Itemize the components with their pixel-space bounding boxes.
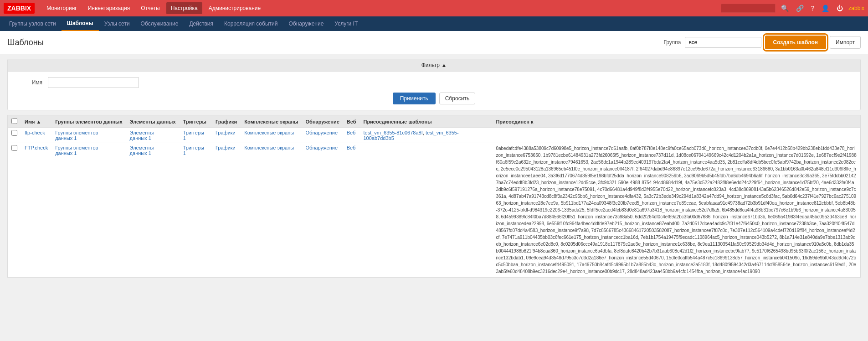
item-groups-link[interactable]: Группы элементовданных 1: [55, 145, 98, 156]
subnav-discovery[interactable]: Обнаружение: [283, 16, 329, 31]
user-icon[interactable]: 👤: [820, 3, 831, 14]
page-header: Шаблоны Группа Создать шаблон Импорт: [0, 31, 868, 54]
search-input[interactable]: [721, 4, 776, 13]
row-discovery: Обнаружение: [302, 128, 343, 143]
top-nav-items: Мониторинг Инвентаризация Отчеты Настрой…: [42, 2, 720, 14]
templates-table-section: Имя ▲ Группы элементов данных Элементы д…: [7, 115, 861, 278]
header-item-groups: Группы элементов данных: [51, 115, 126, 128]
triggers-link[interactable]: Триггеры 1: [183, 130, 204, 141]
row-graphs: Графики: [212, 143, 241, 277]
page-header-right: Группа Создать шаблон Импорт: [663, 36, 861, 49]
group-select[interactable]: [685, 37, 761, 48]
group-label: Группа: [663, 39, 681, 46]
filter-section: Фильтр ▲ Имя Применить Сбросить: [7, 59, 861, 110]
filter-name-label: Имя: [15, 79, 42, 86]
share-icon[interactable]: 🔗: [794, 3, 806, 14]
header-screens: Комплексные экраны: [241, 115, 302, 128]
row-screens: Комплексные экраны: [241, 143, 302, 277]
nav-inventory[interactable]: Инвентаризация: [83, 2, 134, 14]
header-web: Веб: [343, 115, 360, 128]
nav-reports[interactable]: Отчеты: [136, 2, 164, 14]
header-items: Элементы данных: [126, 115, 180, 128]
filter-toggle[interactable]: Фильтр ▲: [8, 59, 860, 72]
top-nav-right: 🔍 🔗 ? 👤 ⏻ zabbix: [721, 3, 864, 14]
filter-actions: Применить Сбросить: [15, 93, 853, 104]
subnav-hosts[interactable]: Узлы сети: [99, 16, 135, 31]
nav-monitoring[interactable]: Мониторинг: [42, 2, 82, 14]
header-name[interactable]: Имя ▲: [21, 115, 51, 128]
subnav-event-correlation[interactable]: Корреляция событий: [219, 16, 283, 31]
screens-link[interactable]: Комплексные экраны: [244, 145, 294, 150]
subnav-host-groups[interactable]: Группы узлов сети: [4, 16, 62, 31]
table-row: ftp-check Группы элементовданных 1 Элеме…: [8, 128, 860, 143]
row-items: Элементыданных 1: [126, 128, 180, 143]
row-items: Элементыданных 1: [126, 143, 180, 277]
nav-admin[interactable]: Администрирование: [204, 2, 265, 14]
row-triggers: Триггеры 1: [180, 143, 212, 277]
reset-button[interactable]: Сбросить: [439, 93, 475, 104]
current-user: zabbix: [848, 5, 864, 11]
table-header-row: Имя ▲ Группы элементов данных Элементы д…: [8, 115, 860, 128]
search-icon[interactable]: 🔍: [779, 3, 791, 14]
header-linked-to: Присоединен к: [492, 115, 860, 128]
row-name: ftp-check: [21, 128, 51, 143]
row-linked-to: [492, 128, 860, 143]
template-name-link[interactable]: FTP.check: [25, 145, 48, 150]
filter-label: Фильтр ▲: [421, 62, 447, 68]
row-item-groups: Группы элементовданных 1: [51, 143, 126, 277]
row-screens: Комплексные экраны: [241, 128, 302, 143]
linked-template-1[interactable]: test_vm_6355-81c0678a8f: [363, 130, 422, 135]
row-linked-templates: test_vm_6355-81c0678a8f, test_vm_6355-10…: [360, 128, 492, 143]
graphs-link[interactable]: Графики: [216, 130, 236, 135]
screens-link[interactable]: Комплексные экраны: [244, 130, 294, 135]
filter-name-row: Имя: [15, 77, 853, 88]
row-web: Веб: [343, 128, 360, 143]
templates-table: Имя ▲ Группы элементов данных Элементы д…: [8, 115, 860, 277]
discovery-link[interactable]: Обнаружение: [306, 130, 338, 135]
row-name: FTP.check: [21, 143, 51, 277]
header-discovery: Обнаружение: [302, 115, 343, 128]
row-linked-templates: [360, 143, 492, 277]
nav-settings[interactable]: Настройка: [166, 2, 202, 14]
subnav-it-services[interactable]: Услуги IT: [329, 16, 363, 31]
row-select-checkbox[interactable]: [11, 145, 17, 151]
power-icon[interactable]: ⏻: [835, 3, 845, 14]
subnav-actions[interactable]: Действия: [184, 16, 219, 31]
graphs-link[interactable]: Графики: [216, 145, 236, 150]
items-link[interactable]: Элементыданных 1: [130, 130, 154, 141]
select-all-checkbox[interactable]: [11, 118, 17, 124]
zabbix-logo: ZABBIX: [4, 3, 35, 14]
row-linked-to: 0abedafcdfe4388a53809c7d60998e5_horizon_…: [492, 143, 860, 277]
template-name-link[interactable]: ftp-check: [25, 130, 45, 135]
row-triggers: Триггеры 1: [180, 128, 212, 143]
linked-to-text: 0abedafcdfe4388a53809c7d60998e5_horizon_…: [496, 145, 857, 275]
apply-button[interactable]: Применить: [393, 93, 436, 104]
page-title: Шаблоны: [7, 38, 663, 47]
row-checkbox: [8, 143, 21, 277]
top-navigation: ZABBIX Мониторинг Инвентаризация Отчеты …: [0, 0, 868, 16]
header-triggers: Триггеры: [180, 115, 212, 128]
web-link[interactable]: Веб: [347, 130, 356, 135]
row-graphs: Графики: [212, 128, 241, 143]
filter-body: Имя Применить Сбросить: [8, 72, 860, 110]
row-checkbox: [8, 128, 21, 143]
import-button[interactable]: Импорт: [830, 36, 861, 49]
discovery-link[interactable]: Обнаружение: [306, 145, 338, 150]
web-link[interactable]: Веб: [347, 145, 356, 150]
header-graphs: Графики: [212, 115, 241, 128]
header-checkbox-col: [8, 115, 21, 128]
row-select-checkbox[interactable]: [11, 130, 17, 136]
subnav-templates[interactable]: Шаблоны: [62, 16, 99, 31]
row-web: Веб: [343, 143, 360, 277]
help-icon[interactable]: ?: [809, 3, 817, 14]
row-discovery: Обнаружение: [302, 143, 343, 277]
items-link[interactable]: Элементыданных 1: [130, 145, 154, 156]
filter-name-input[interactable]: [48, 77, 139, 88]
subnav-maintenance[interactable]: Обслуживание: [135, 16, 184, 31]
triggers-link[interactable]: Триггеры 1: [183, 145, 204, 156]
header-linked-templates: Присоединенные шаблоны: [360, 115, 492, 128]
item-groups-link[interactable]: Группы элементовданных 1: [55, 130, 98, 141]
create-template-button[interactable]: Создать шаблон: [765, 36, 827, 49]
header-name-label: Имя ▲: [25, 119, 41, 124]
table-row: FTP.check Группы элементовданных 1 Элеме…: [8, 143, 860, 277]
